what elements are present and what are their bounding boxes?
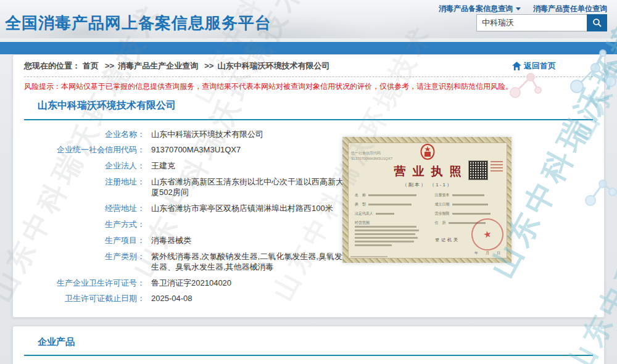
search-button[interactable] bbox=[587, 14, 607, 31]
chevron-down-icon bbox=[516, 7, 521, 10]
breadcrumb-enterprise-query[interactable]: 消毒产品生产企业查询 bbox=[118, 61, 198, 70]
field-value: 紫外线消毒器,次氯酸钠发生器,二氧化氯发生器,臭氧发生器、臭氧水发生器,其他器械… bbox=[151, 252, 350, 273]
field-value: 鲁卫消证字202104020 bbox=[151, 278, 231, 289]
nav-record-info-query[interactable]: 消毒产品备案信息查询 bbox=[439, 4, 521, 14]
qr-code bbox=[468, 160, 488, 180]
national-emblem-icon bbox=[420, 144, 435, 163]
field-value: 山东中科瑞沃环境技术有限公司 bbox=[151, 130, 263, 140]
license-code-value: 91370700MA3M3U1QX7 bbox=[351, 156, 392, 162]
field-value: 山东省潍坊高新区玉清东街以北中心次干道以西高新大厦502房间 bbox=[151, 177, 350, 198]
field-label: 生产项目： bbox=[24, 236, 145, 246]
company-details: 企业名称： 山东中科瑞沃环境技术有限公司 企业统一社会信用代码： 9137070… bbox=[24, 130, 593, 313]
company-section: 山东中科瑞沃环境技术有限公司 企业名称： 山东中科瑞沃环境技术有限公司 企业统一… bbox=[24, 99, 593, 313]
nav-responsible-unit-query[interactable]: 消毒产品责任单位查询 bbox=[533, 4, 607, 14]
license-registrar-label: 登记机关 bbox=[435, 237, 460, 243]
field-value: 王建克 bbox=[151, 161, 175, 172]
license-subtitle: （副本） （1-1） bbox=[349, 181, 507, 188]
site-title: 全国消毒产品网上备案信息服务平台 bbox=[5, 12, 271, 34]
field-label: 经营地址： bbox=[24, 204, 145, 214]
breadcrumb-current: 山东中科瑞沃环境技术有限公司 bbox=[217, 61, 329, 70]
search-bar bbox=[476, 14, 607, 31]
field-label: 企业统一社会信用代码： bbox=[24, 145, 145, 155]
field-label: 生产企业卫生许可证号： bbox=[24, 278, 145, 289]
field-label: 生产方式： bbox=[24, 220, 145, 230]
field-value: 山东省潍坊市寒亭区双杨店镇湖淋埠出村路西100米 bbox=[151, 204, 333, 214]
teal-rule bbox=[24, 355, 593, 356]
license-field-label: 营业期限 bbox=[435, 212, 450, 215]
license-field-label: 住 所 bbox=[435, 221, 446, 225]
search-input[interactable] bbox=[476, 14, 587, 31]
license-field-label: 成立日期 bbox=[435, 202, 450, 206]
license-code-label: 统一社会信用代码 bbox=[351, 151, 392, 156]
license-field-label: 注册资本 bbox=[435, 193, 450, 197]
top-banner: 全国消毒产品网上备案信息服务平台 消毒产品备案信息查询 消毒产品责任单位查询 bbox=[0, 0, 617, 38]
license-credit-code: 统一社会信用代码 91370700MA3M3U1QX7 bbox=[351, 151, 392, 162]
back-home-label: 返回首页 bbox=[524, 60, 556, 72]
license-inner-frame: 统一社会信用代码 91370700MA3M3U1QX7 营业执照 （副本） （ bbox=[348, 143, 507, 259]
license-field-label: 经营范围 bbox=[355, 221, 370, 225]
dashed-divider bbox=[24, 77, 593, 77]
field-label: 生产类别： bbox=[24, 252, 145, 273]
license-copy-type: （副本） bbox=[402, 182, 427, 188]
license-copy-number: （1-1） bbox=[429, 182, 453, 188]
breadcrumb-separator: >> bbox=[105, 61, 114, 70]
field-label: 企业名称： bbox=[24, 130, 145, 140]
breadcrumb-prefix: 您现在的位置： bbox=[24, 61, 80, 70]
business-license-image: 统一社会信用代码 91370700MA3M3U1QX7 营业执照 （副本） （ bbox=[342, 137, 511, 263]
nav-responsible-unit-label: 消毒产品责任单位查询 bbox=[533, 4, 607, 14]
home-icon bbox=[512, 62, 521, 70]
blue-divider-band bbox=[0, 42, 617, 54]
license-footer-text bbox=[350, 256, 387, 257]
breadcrumb-home[interactable]: 首页 bbox=[83, 61, 99, 70]
products-panel: 企业产品 中科瑞沃牌ZK-50型电解法次氯酸钠发生器 中科瑞沃牌ZK-200型化… bbox=[12, 326, 605, 364]
field-row-hygiene-license-no: 生产企业卫生许可证号： 鲁卫消证字202104020 bbox=[24, 278, 593, 289]
field-label: 卫生许可证截止日期： bbox=[24, 294, 145, 304]
risk-tip-label: 风险提示： bbox=[24, 82, 61, 91]
products-title: 企业产品 bbox=[38, 336, 593, 348]
risk-tip-text: 本网站仅基于已掌握的信息提供查询服务，查询结果不代表本网站对被查询对象信用状况的… bbox=[61, 82, 513, 91]
search-icon bbox=[592, 18, 602, 28]
field-value: 2025-04-08 bbox=[151, 294, 193, 304]
qr-side-text bbox=[491, 161, 503, 173]
field-label: 注册地址： bbox=[24, 177, 145, 198]
license-field-label: 类 型 bbox=[355, 202, 366, 206]
teal-rule bbox=[24, 119, 593, 120]
back-home-link[interactable]: 返回首页 bbox=[512, 60, 556, 72]
top-nav: 消毒产品备案信息查询 消毒产品责任单位查询 bbox=[439, 4, 607, 14]
breadcrumb: 您现在的位置：首页>>消毒产品生产企业查询>>山东中科瑞沃环境技术有限公司 bbox=[24, 60, 332, 72]
field-row-license-expiry: 卫生许可证截止日期： 2025-04-08 bbox=[24, 294, 593, 304]
field-value: 91370700MA3M3U1QX7 bbox=[151, 145, 241, 155]
company-detail-panel: 您现在的位置：首页>>消毒产品生产企业查询>>山东中科瑞沃环境技术有限公司 返回… bbox=[12, 54, 605, 318]
field-label: 企业法人： bbox=[24, 161, 145, 172]
breadcrumb-separator: >> bbox=[204, 61, 213, 70]
nav-record-info-label: 消毒产品备案信息查询 bbox=[439, 4, 513, 14]
company-title: 山东中科瑞沃环境技术有限公司 bbox=[38, 99, 593, 112]
field-value: 消毒器械类 bbox=[151, 236, 191, 246]
license-field-label: 法定代表人 bbox=[355, 212, 373, 215]
license-date: 年 月 日 bbox=[474, 250, 500, 256]
risk-tip: 风险提示：本网站仅基于已掌握的信息提供查询服务，查询结果不代表本网站对被查询对象… bbox=[24, 82, 593, 92]
license-field-label: 名 称 bbox=[355, 193, 366, 197]
